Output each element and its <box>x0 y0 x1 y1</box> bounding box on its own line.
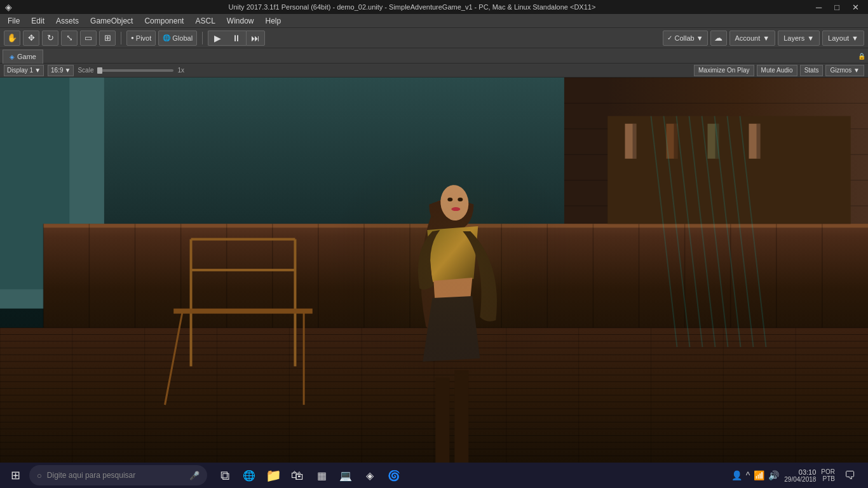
layout-label: Layout <box>828 34 849 42</box>
mute-audio-label: Mute Audio <box>761 67 793 74</box>
cloud-button[interactable]: ☁ <box>710 30 727 46</box>
search-icon: ○ <box>37 471 42 480</box>
menu-ascl[interactable]: ASCL <box>190 15 220 27</box>
display-select[interactable]: Display 1 ▼ <box>4 65 44 76</box>
pivot-button[interactable]: ● Pivot <box>126 30 156 46</box>
global-button[interactable]: 🌐 Global <box>158 30 197 46</box>
menu-window[interactable]: Window <box>222 15 259 27</box>
visual-studio-button[interactable]: 💻 <box>334 464 357 487</box>
rotate-tool-button[interactable]: ↻ <box>42 30 58 46</box>
clock-area[interactable]: 03:10 29/04/2018 <box>784 468 816 483</box>
maximize-on-play-button[interactable]: Maximize On Play <box>694 65 754 76</box>
display-label: Display 1 <box>7 67 33 74</box>
game-viewport <box>0 78 868 463</box>
account-button[interactable]: Account ▼ <box>729 30 776 46</box>
browser-button[interactable]: 🌀 <box>383 464 405 487</box>
aspect-select[interactable]: 16:9 ▼ <box>48 65 74 76</box>
maximize-on-play-label: Maximize On Play <box>698 67 750 74</box>
menu-help[interactable]: Help <box>261 15 287 27</box>
clock-time: 03:10 <box>799 468 817 476</box>
taskbar-right: 👤 ^ 📶 🔊 03:10 29/04/2018 POR PTB 🗨 <box>731 465 865 485</box>
menu-edit[interactable]: Edit <box>26 15 50 27</box>
close-button[interactable]: ✕ <box>848 3 863 12</box>
toolbar-separator-2 <box>202 32 203 44</box>
game-toolbar-right: Maximize On Play Mute Audio Stats Gizmos… <box>694 65 864 76</box>
account-chevron-icon: ▼ <box>763 34 770 42</box>
menu-bar: File Edit Assets GameObject Component AS… <box>0 14 868 28</box>
taskbar-search[interactable]: ○ Digite aqui para pesquisar 🎤 <box>29 465 207 485</box>
game-tab-bar: ◈ Game 🔒 <box>0 50 868 64</box>
edge-button[interactable]: 🌐 <box>238 464 261 487</box>
taskbar-apps: ⧉ 🌐 📁 🛍 ▦ 💻 ◈ 🌀 <box>214 464 405 487</box>
toolbar-separator-1 <box>121 32 121 44</box>
pivot-label: Pivot <box>136 34 151 42</box>
step-button[interactable]: ⏭ <box>246 30 265 46</box>
stats-label: Stats <box>804 67 819 74</box>
layout-chevron-icon: ▼ <box>851 34 858 42</box>
start-button[interactable]: ⊞ <box>3 463 28 488</box>
locale-text: POR <box>821 468 835 475</box>
global-label: Global <box>172 34 193 42</box>
game-panel: ◈ Game 🔒 Display 1 ▼ 16:9 ▼ Scale 1x Max… <box>0 50 868 463</box>
clock-date: 29/04/2018 <box>784 476 816 483</box>
hand-tool-button[interactable]: ✋ <box>4 30 20 46</box>
play-controls: ▶ ⏸ ⏭ <box>208 30 265 46</box>
layers-chevron-icon: ▼ <box>807 34 814 42</box>
play-button[interactable]: ▶ <box>208 30 227 46</box>
game-tab[interactable]: ◈ Game <box>3 50 43 64</box>
file-explorer-button[interactable]: 📁 <box>262 464 285 487</box>
maximize-button[interactable]: □ <box>831 3 843 12</box>
layers-button[interactable]: Layers ▼ <box>778 30 820 46</box>
taskbar: ⊞ ○ Digite aqui para pesquisar 🎤 ⧉ 🌐 📁 🛍… <box>0 463 868 488</box>
store-button[interactable]: 🛍 <box>286 464 309 487</box>
global-icon: 🌐 <box>163 34 170 41</box>
search-placeholder: Digite aqui para pesquisar <box>47 471 135 480</box>
pause-button[interactable]: ⏸ <box>227 30 246 46</box>
multicolored-app-button[interactable]: ▦ <box>310 464 333 487</box>
gizmos-label: Gizmos ▼ <box>830 67 860 74</box>
scale-slider[interactable] <box>97 69 173 72</box>
panel-lock-icon: 🔒 <box>858 53 865 60</box>
system-tray: 👤 ^ 📶 🔊 <box>731 470 780 480</box>
menu-component[interactable]: Component <box>139 15 189 27</box>
game-tab-label: Game <box>17 53 36 60</box>
menu-assets[interactable]: Assets <box>51 15 84 27</box>
scale-tool-button[interactable]: ⤡ <box>61 30 78 46</box>
people-icon[interactable]: 👤 <box>731 470 742 480</box>
collab-chevron-icon: ▼ <box>696 34 703 42</box>
layout-button[interactable]: Layout ▼ <box>822 30 864 46</box>
collab-label: Collab <box>674 34 694 42</box>
display-chevron-icon: ▼ <box>34 67 41 74</box>
locale-sub-text: PTB <box>823 475 835 482</box>
unity-taskbar-button[interactable]: ◈ <box>358 464 381 487</box>
collab-checkmark-icon: ✓ <box>667 34 672 41</box>
transform-tool-button[interactable]: ⊞ <box>99 30 116 46</box>
title-bar: ◈ Unity 2017.3.1f1 Personal (64bit) - de… <box>0 0 868 14</box>
menu-gameobject[interactable]: GameObject <box>85 15 138 27</box>
game-tab-unity-icon: ◈ <box>10 53 15 60</box>
expand-tray-icon[interactable]: ^ <box>746 470 750 480</box>
aspect-label: 16:9 <box>51 67 63 74</box>
network-icon[interactable]: 📶 <box>754 470 764 480</box>
task-view-button[interactable]: ⧉ <box>214 464 236 487</box>
title-controls: ─ □ ✕ <box>812 3 863 12</box>
mute-audio-button[interactable]: Mute Audio <box>757 65 797 76</box>
minimize-button[interactable]: ─ <box>812 3 825 12</box>
window-title: Unity 2017.3.1f1 Personal (64bit) - demo… <box>12 3 812 11</box>
scale-value: 1x <box>177 67 184 74</box>
stats-button[interactable]: Stats <box>800 65 824 76</box>
rect-tool-button[interactable]: ▭ <box>80 30 97 46</box>
notification-button[interactable]: 🗨 <box>840 465 860 485</box>
gizmos-button[interactable]: Gizmos ▼ <box>825 65 864 76</box>
aspect-chevron-icon: ▼ <box>65 67 71 74</box>
unity-logo-icon: ◈ <box>5 2 12 12</box>
scene-canvas <box>0 78 868 463</box>
scale-label: Scale <box>78 67 93 74</box>
collab-button[interactable]: ✓ Collab ▼ <box>663 30 707 46</box>
menu-file[interactable]: File <box>3 15 25 27</box>
layers-label: Layers <box>783 34 804 42</box>
move-tool-button[interactable]: ✥ <box>23 30 39 46</box>
speaker-icon[interactable]: 🔊 <box>768 470 779 480</box>
scale-thumb <box>97 67 102 74</box>
game-toolbar: Display 1 ▼ 16:9 ▼ Scale 1x Maximize On … <box>0 64 868 78</box>
